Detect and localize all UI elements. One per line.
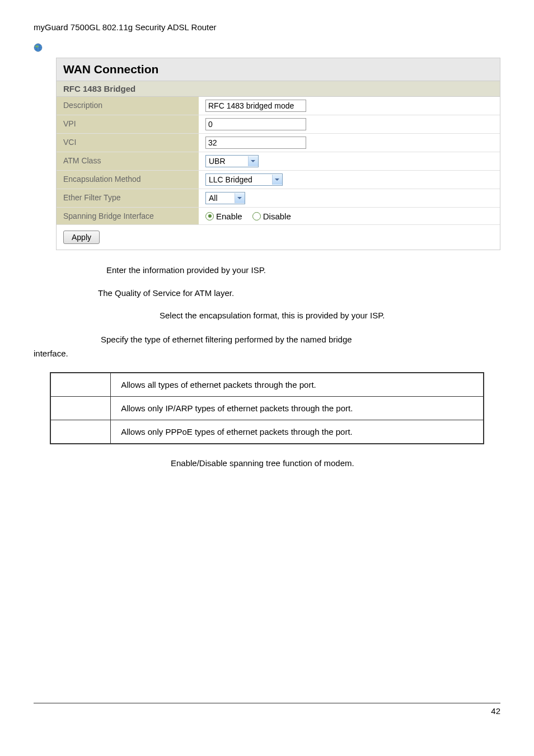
radio-checked-icon — [205, 212, 214, 220]
ether-filter-value: All — [206, 194, 235, 203]
encapsulation-value: LLC Bridged — [206, 175, 272, 184]
wan-connection-panel: WAN Connection RFC 1483 Bridged Descript… — [56, 58, 500, 250]
label-spanning-bridge: Spanning Bridge Interface — [57, 208, 199, 224]
row-vpi: VPI — [57, 115, 500, 134]
row-vci: VCI — [57, 134, 500, 152]
desc-ether-line1: Specify the type of ethernet filtering p… — [101, 335, 352, 344]
row-encapsulation: Encapsulation Method LLC Bridged — [57, 171, 500, 189]
label-vci: VCI — [57, 134, 199, 152]
atm-class-select[interactable]: UBR — [205, 155, 259, 167]
desc-ether-filter: Specify the type of ethernet filtering p… — [34, 332, 500, 361]
panel-title: WAN Connection — [57, 58, 500, 81]
table-row: Allows all types of ethernet packets thr… — [50, 373, 484, 397]
desc-vpi-vci: Enter the information provided by your I… — [106, 264, 500, 277]
panel-subtitle: RFC 1483 Bridged — [57, 81, 500, 97]
table-cell-key — [50, 420, 111, 444]
disable-label: Disable — [263, 212, 291, 221]
globe-icon — [34, 43, 43, 52]
description-input[interactable] — [205, 100, 306, 112]
svg-point-2 — [35, 45, 39, 48]
label-ether-filter: Ether Filter Type — [57, 189, 199, 207]
label-atm-class: ATM Class — [57, 152, 199, 170]
label-encapsulation: Encapsulation Method — [57, 171, 199, 189]
desc-atm: The Quality of Service for ATM layer. — [98, 287, 500, 300]
table-cell-value: Allows only PPPoE types of ethernet pack… — [111, 420, 484, 444]
page-header: myGuard 7500GL 802.11g Security ADSL Rou… — [34, 22, 500, 32]
apply-button[interactable]: Apply — [63, 231, 100, 244]
table-cell-key — [50, 373, 111, 397]
enable-radio[interactable]: Enable — [205, 212, 242, 221]
enable-label: Enable — [216, 212, 242, 221]
chevron-down-icon — [248, 156, 258, 166]
row-ether-filter: Ether Filter Type All — [57, 189, 500, 208]
desc-ether-line2: interface. — [34, 349, 68, 358]
table-cell-key — [50, 396, 111, 420]
button-row: Apply — [57, 225, 500, 250]
ether-filter-select[interactable]: All — [205, 192, 245, 204]
row-description: Description — [57, 97, 500, 115]
table-cell-value: Allows all types of ethernet packets thr… — [111, 373, 484, 397]
chevron-down-icon — [235, 193, 245, 203]
label-vpi: VPI — [57, 115, 199, 133]
filter-type-table: Allows all types of ethernet packets thr… — [50, 372, 484, 444]
disable-radio[interactable]: Disable — [252, 212, 291, 221]
desc-encap: Select the encapsulation format, this is… — [160, 309, 500, 322]
table-cell-value: Allows only IP/ARP types of ethernet pac… — [111, 396, 484, 420]
page-footer: 42 — [34, 703, 500, 716]
vpi-input[interactable] — [205, 118, 306, 130]
encapsulation-select[interactable]: LLC Bridged — [205, 173, 283, 186]
chevron-down-icon — [272, 175, 282, 185]
vci-input[interactable] — [205, 137, 306, 149]
table-row: Allows only PPPoE types of ethernet pack… — [50, 420, 484, 444]
row-spanning-bridge: Spanning Bridge Interface Enable Disable — [57, 208, 500, 225]
radio-unchecked-icon — [252, 212, 261, 220]
row-atm-class: ATM Class UBR — [57, 152, 500, 171]
atm-class-value: UBR — [206, 157, 248, 166]
table-row: Allows only IP/ARP types of ethernet pac… — [50, 396, 484, 420]
desc-spanning: Enable/Disable spanning tree function of… — [171, 458, 500, 468]
label-description: Description — [57, 97, 199, 115]
